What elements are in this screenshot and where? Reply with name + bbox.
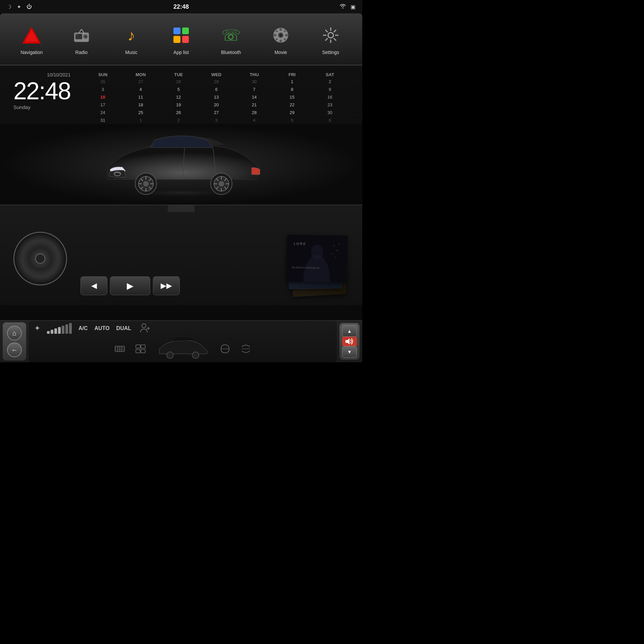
vent-multi-icon[interactable]	[135, 343, 146, 354]
calendar-day[interactable]: 19	[160, 102, 198, 108]
svg-point-12	[279, 28, 282, 31]
play-button[interactable]: ▶	[110, 276, 150, 295]
calendar-day[interactable]: 10	[84, 94, 122, 100]
vent-left-icon[interactable]	[220, 343, 230, 354]
next-button[interactable]: ▶▶	[153, 276, 180, 295]
calendar-day[interactable]: 7	[235, 86, 273, 93]
nav-bar: Navigation Radio	[0, 13, 362, 65]
brightness-icon[interactable]: ✦	[17, 4, 21, 10]
calendar-day[interactable]: 13	[198, 94, 235, 100]
sidebar-item-navigation[interactable]: Navigation	[7, 23, 57, 55]
sidebar-item-applist[interactable]: App list	[156, 23, 206, 55]
back-button[interactable]: ←	[7, 342, 22, 357]
music-icon: ♪	[119, 23, 143, 47]
svg-point-13	[279, 40, 282, 42]
calendar-day[interactable]: 8	[273, 86, 311, 93]
sidebar-item-music[interactable]: ♪ Music	[106, 23, 156, 55]
calendar-day[interactable]: 28	[235, 109, 273, 116]
calendar-day[interactable]: 25	[122, 109, 160, 116]
album-card-1[interactable]: L O R E My heart is refusing me	[286, 234, 347, 282]
svg-rect-73	[141, 345, 145, 348]
calendar-day[interactable]: 4	[235, 117, 273, 123]
calendar-day[interactable]: 15	[273, 94, 311, 100]
calendar-day[interactable]: 31	[84, 117, 122, 123]
window-icon[interactable]: ▣	[351, 4, 356, 10]
calendar-day[interactable]: 30	[311, 109, 349, 116]
dual-label[interactable]: DUAL	[116, 325, 131, 331]
calendar-day[interactable]: 28	[160, 78, 198, 85]
nav-music-label: Music	[125, 50, 138, 55]
calendar-day[interactable]: 2	[311, 78, 349, 85]
volume-up-button[interactable]: ▲	[342, 325, 357, 337]
sidebar-item-settings[interactable]: Settings	[306, 23, 356, 55]
radio-icon	[70, 23, 93, 47]
ac-label[interactable]: A/C	[78, 325, 88, 331]
wifi-icon	[339, 3, 346, 10]
calendar-day[interactable]: 20	[198, 102, 235, 108]
calendar-day[interactable]: 4	[122, 86, 160, 93]
svg-point-15	[285, 34, 288, 37]
calendar-day[interactable]: 26	[160, 109, 198, 116]
nav-arrow-icon	[20, 23, 43, 47]
svg-rect-9	[76, 35, 77, 35]
moon-icon[interactable]: ☽	[7, 4, 11, 10]
sidebar-item-movie[interactable]: Movie	[256, 23, 306, 55]
sidebar-item-radio[interactable]: Radio	[57, 23, 107, 55]
calendar-day[interactable]: 5	[160, 86, 198, 93]
cal-header-mon: MON	[122, 72, 160, 77]
calendar-day[interactable]: 11	[122, 94, 160, 100]
svg-text:My heart is refusing me: My heart is refusing me	[291, 266, 320, 269]
calendar-day[interactable]: 27	[122, 78, 160, 85]
cal-header-tue: TUE	[160, 72, 198, 77]
calendar-section: SUN MON TUE WED THU FRI SAT 262728293012…	[84, 72, 349, 123]
nav-settings-label: Settings	[322, 50, 339, 55]
calendar-day[interactable]: 9	[311, 86, 349, 93]
svg-rect-72	[136, 345, 140, 348]
calendar-day[interactable]: 17	[84, 102, 122, 108]
calendar-day[interactable]: 1	[122, 117, 160, 123]
calendar-day[interactable]: 14	[235, 94, 273, 100]
svg-point-16	[276, 30, 278, 32]
calendar-day[interactable]: 3	[198, 117, 235, 123]
calendar-day[interactable]: 5	[273, 117, 311, 123]
calendar-day[interactable]: 27	[198, 109, 235, 116]
calendar-day[interactable]: 6	[198, 86, 235, 93]
phone-icon: ☏	[219, 23, 243, 47]
calendar-day[interactable]: 12	[160, 94, 198, 100]
calendar-day[interactable]: 2	[160, 117, 198, 123]
svg-point-77	[192, 352, 199, 359]
cal-header-sat: SAT	[311, 72, 349, 77]
volume-down-button[interactable]: ▼	[342, 346, 357, 358]
media-section: ◀ ▶ ▶▶ Album	[0, 205, 362, 305]
vent-front-icon[interactable]	[114, 343, 125, 354]
calendar-day[interactable]: 30	[235, 78, 273, 85]
sidebar-item-bluetooth[interactable]: ☏ Bluetooth	[206, 23, 256, 55]
vinyl-disc	[13, 232, 67, 285]
vent-right-icon[interactable]	[240, 343, 251, 354]
svg-point-19	[284, 38, 286, 40]
calendar-day[interactable]: 24	[84, 109, 122, 116]
calendar-day[interactable]: 21	[235, 102, 273, 108]
nav-applist-label: App list	[173, 50, 189, 55]
calendar-day[interactable]: 23	[311, 102, 349, 108]
calendar-day[interactable]: 29	[198, 78, 235, 85]
svg-point-17	[284, 30, 286, 32]
power-icon[interactable]: ⏻	[26, 4, 32, 10]
auto-label[interactable]: AUTO	[95, 325, 110, 331]
calendar-day[interactable]: 16	[311, 94, 349, 100]
calendar-day[interactable]: 29	[273, 109, 311, 116]
calendar-day[interactable]: 26	[84, 78, 122, 85]
status-right-icons: ▣	[339, 3, 356, 10]
prev-button[interactable]: ◀	[80, 276, 107, 295]
svg-point-18	[276, 38, 278, 40]
calendar-day[interactable]: 18	[122, 102, 160, 108]
calendar-day[interactable]: 22	[273, 102, 311, 108]
clock-calendar-section: 10/10/2021 22:48 Sunday SUN MON TUE WED …	[0, 65, 362, 124]
calendar-day[interactable]: 1	[273, 78, 311, 85]
svg-point-6	[85, 36, 87, 38]
calendar-day[interactable]: 6	[311, 117, 349, 123]
home-button[interactable]: ⌂	[7, 326, 22, 340]
calendar-day[interactable]: 3	[84, 86, 122, 93]
fan-bar-1	[47, 331, 50, 334]
svg-text:L O R E: L O R E	[294, 242, 306, 246]
